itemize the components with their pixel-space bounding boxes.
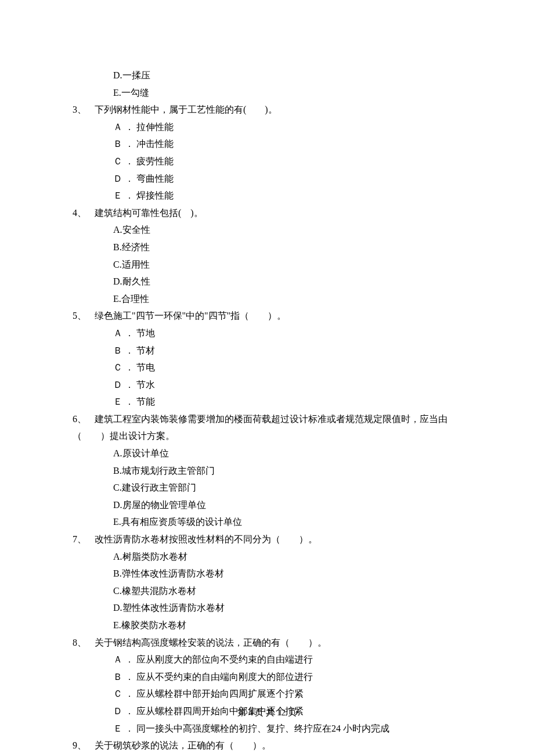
question-4: 4、 建筑结构可靠性包括( )。 A.安全性 B.经济性 C.适用性 D.耐久性… xyxy=(73,204,461,308)
option-c: Ｃ ． 节电 xyxy=(73,359,461,376)
question-text: 关于钢结构高强度螺栓安装的说法，正确的有（ ）。 xyxy=(95,634,461,651)
option-b: B.经济性 xyxy=(73,239,461,256)
option-d: D.耐久性 xyxy=(73,273,461,290)
option-c: Ｃ ． 应从螺栓群中部开始向四周扩展逐个拧紧 xyxy=(73,685,461,703)
option-a: A.树脂类防水卷材 xyxy=(73,548,461,566)
question-text: 关于砌筑砂浆的说法，正确的有（ ）。 xyxy=(95,737,461,754)
question-number: 3、 xyxy=(73,101,95,118)
document-body: D.一揉压 E.一勾缝 3、 下列钢材性能中，属于工艺性能的有( )。 Ａ ． … xyxy=(73,67,461,756)
option-b: Ｂ ． 应从不受约束的自由端向刚度大的部位进行 xyxy=(73,668,461,686)
question-number: 7、 xyxy=(73,531,95,548)
question-stem: 7、 改性沥青防水卷材按照改性材料的不同分为（ ）。 xyxy=(73,531,461,548)
option-a: Ａ ． 拉伸性能 xyxy=(73,118,461,136)
option-c: C.建设行政主管部门 xyxy=(73,479,461,496)
option-e: E.合理性 xyxy=(73,290,461,308)
continued-option: E.一勾缝 xyxy=(73,84,461,102)
page-footer: 第 4 页 共 12 页 xyxy=(0,705,534,721)
option-d: D.塑性体改性沥青防水卷材 xyxy=(73,599,461,617)
question-text: 下列钢材性能中，属于工艺性能的有( )。 xyxy=(95,101,461,118)
option-b: B.弹性体改性沥青防水卷材 xyxy=(73,565,461,582)
option-b: B.城市规划行政主管部门 xyxy=(73,462,461,480)
question-stem: 6、 建筑工程室内装饰装修需要增加的楼面荷载超过设计标准或者规范规定限值时，应当… xyxy=(73,411,461,428)
question-text: 建筑工程室内装饰装修需要增加的楼面荷载超过设计标准或者规范规定限值时，应当由 xyxy=(95,411,461,428)
option-e: Ｅ ． 节能 xyxy=(73,393,461,411)
question-stem: 3、 下列钢材性能中，属于工艺性能的有( )。 xyxy=(73,101,461,118)
option-c: C.适用性 xyxy=(73,256,461,273)
question-text: 改性沥青防水卷材按照改性材料的不同分为（ ）。 xyxy=(95,531,461,548)
question-number: 9、 xyxy=(73,737,95,754)
question-text: 建筑结构可靠性包括( )。 xyxy=(95,204,461,222)
question-stem: 9、 关于砌筑砂浆的说法，正确的有（ ）。 xyxy=(73,737,461,754)
option-e: Ｅ ． 焊接性能 xyxy=(73,187,461,204)
question-stem: 8、 关于钢结构高强度螺栓安装的说法，正确的有（ ）。 xyxy=(73,634,461,651)
option-d: Ｄ ． 节水 xyxy=(73,376,461,394)
option-a: Ａ ． 应从刚度大的部位向不受约束的自由端进行 xyxy=(73,651,461,668)
question-3: 3、 下列钢材性能中，属于工艺性能的有( )。 Ａ ． 拉伸性能 Ｂ ． 冲击性… xyxy=(73,101,461,204)
question-text: 绿色施工"四节一环保"中的"四节"指（ ）。 xyxy=(95,307,461,325)
option-b: Ｂ ． 冲击性能 xyxy=(73,135,461,153)
question-9: 9、 关于砌筑砂浆的说法，正确的有（ ）。 A.砂浆应采用机械搅拌 B.水泥粉煤… xyxy=(73,737,461,756)
option-c: C.橡塑共混防水卷材 xyxy=(73,582,461,600)
option-b: Ｂ ． 节材 xyxy=(73,342,461,359)
option-a: A.安全性 xyxy=(73,221,461,239)
option-d: D.房屋的物业管理单位 xyxy=(73,496,461,514)
option-c: Ｃ ． 疲劳性能 xyxy=(73,153,461,170)
question-number: 6、 xyxy=(73,411,95,428)
option-d: Ｄ ． 弯曲性能 xyxy=(73,170,461,188)
option-e: E.橡胶类防水卷材 xyxy=(73,617,461,634)
question-6: 6、 建筑工程室内装饰装修需要增加的楼面荷载超过设计标准或者规范规定限值时，应当… xyxy=(73,411,461,531)
question-8: 8、 关于钢结构高强度螺栓安装的说法，正确的有（ ）。 Ａ ． 应从刚度大的部位… xyxy=(73,634,461,737)
option-a: Ａ ． 节地 xyxy=(73,325,461,342)
option-a: A.原设计单位 xyxy=(73,445,461,462)
question-stem: 5、 绿色施工"四节一环保"中的"四节"指（ ）。 xyxy=(73,307,461,325)
question-stem-continued: （ ）提出设计方案。 xyxy=(73,427,461,445)
continued-option: D.一揉压 xyxy=(73,67,461,84)
question-number: 4、 xyxy=(73,204,95,222)
question-number: 8、 xyxy=(73,634,95,651)
option-e: Ｅ ． 同一接头中高强度螺栓的初拧、复拧、终拧应在24 小时内完成 xyxy=(73,720,461,737)
question-number: 5、 xyxy=(73,307,95,325)
question-stem: 4、 建筑结构可靠性包括( )。 xyxy=(73,204,461,222)
question-5: 5、 绿色施工"四节一环保"中的"四节"指（ ）。 Ａ ． 节地 Ｂ ． 节材 … xyxy=(73,307,461,411)
question-7: 7、 改性沥青防水卷材按照改性材料的不同分为（ ）。 A.树脂类防水卷材 B.弹… xyxy=(73,531,461,634)
option-e: E.具有相应资质等级的设计单位 xyxy=(73,513,461,531)
